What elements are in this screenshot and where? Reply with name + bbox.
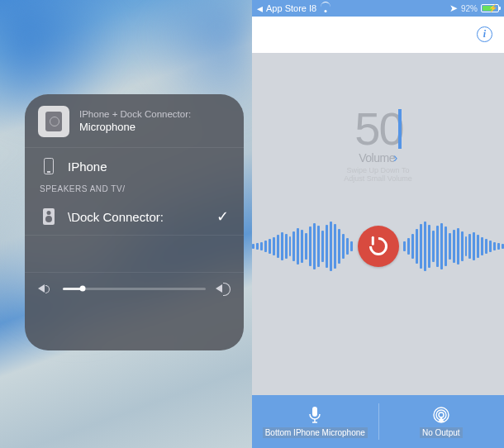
waveform-bar	[485, 239, 487, 254]
waveform-bar	[424, 222, 426, 271]
right-app-screen: ◂ App Store I8 ➤ 92% ⚡ i 50 Volume› Swip…	[252, 0, 504, 448]
power-icon	[365, 233, 391, 259]
waveform-bar	[465, 236, 468, 256]
waveform-bar	[468, 234, 471, 259]
airplay-row-dock[interactable]: \Dock Connector: ✓	[25, 198, 244, 235]
airplay-row-label: \Dock Connector:	[68, 210, 164, 224]
battery-percentage: 92%	[461, 4, 478, 13]
waveform-bar	[289, 236, 292, 256]
status-left: ◂ App Store I8	[257, 2, 331, 15]
waveform-bar	[403, 241, 406, 251]
slider-thumb[interactable]	[80, 286, 86, 292]
waveform-bar	[260, 242, 263, 250]
waveform-bar	[407, 238, 410, 255]
waveform-bar	[269, 239, 271, 254]
speaker-device-icon	[40, 208, 58, 225]
wifi-icon	[320, 4, 331, 12]
waveform-bar	[461, 231, 464, 261]
volume-hint: Swipe Up Down To Adjust Small Volume	[252, 167, 504, 183]
output-selector[interactable]: No Output	[378, 395, 505, 448]
info-icon[interactable]: i	[477, 26, 492, 42]
airplay-source-sub: Microphone	[79, 121, 191, 135]
airplay-header: IPhone + Dock Connector: Microphone	[25, 94, 244, 147]
status-right: ➤ 92% ⚡	[449, 2, 499, 14]
airplay-picker-card: IPhone + Dock Connector: Microphone IPho…	[25, 94, 244, 350]
waveform-bar	[432, 231, 435, 262]
waveform-bar	[350, 241, 353, 251]
waveform-bar	[481, 237, 483, 255]
waveform-bar	[436, 226, 439, 267]
back-chevron-icon[interactable]: ◂	[257, 2, 263, 15]
waveform-bar	[313, 223, 316, 269]
waveform-bar	[309, 226, 311, 266]
location-icon: ➤	[449, 2, 458, 14]
waveform-bar	[489, 241, 492, 252]
waveform-bar	[297, 228, 299, 265]
microphone-icon	[308, 406, 321, 424]
waveform-bar	[321, 231, 324, 262]
waveform-bar	[473, 232, 475, 260]
waveform-bar	[428, 225, 430, 268]
waveform-bar	[411, 234, 414, 259]
volume-slider[interactable]	[63, 288, 206, 290]
waveform-bar	[449, 233, 451, 260]
main-content: 50 Volume› Swipe Up Down To Adjust Small…	[252, 53, 504, 395]
waveform-bar	[440, 223, 443, 269]
svg-rect-0	[312, 407, 317, 417]
airplay-header-text: IPhone + Dock Connector: Microphone	[79, 108, 191, 135]
waveform-bar	[292, 231, 295, 261]
waveform-bar	[326, 225, 328, 268]
waveform-bar	[305, 233, 307, 260]
volume-readout[interactable]: 50	[252, 53, 504, 152]
input-label: Bottom IPhone Microphone	[263, 427, 368, 438]
output-label: No Output	[420, 427, 463, 438]
waveform-bar	[252, 244, 254, 249]
waveform-bar	[477, 235, 479, 258]
checkmark-icon: ✓	[216, 207, 229, 226]
waveform-bar	[342, 234, 345, 259]
waveform-bar	[277, 235, 279, 258]
waveform-bar	[281, 232, 283, 260]
volume-slider-row	[25, 273, 244, 309]
airplay-output-icon	[431, 406, 451, 424]
airplay-source-title: IPhone + Dock Connector:	[79, 108, 191, 121]
airplay-row-iphone[interactable]: IPhone	[25, 148, 244, 184]
waveform-bar	[285, 234, 288, 259]
waveform-bar	[264, 241, 267, 252]
speakers-section-label: SPEAKERS AND TV/	[25, 184, 244, 198]
waveform-bar	[453, 230, 455, 263]
waveform-bar	[330, 222, 332, 271]
airplay-row-label: IPhone	[68, 160, 107, 174]
microphone-app-icon	[38, 106, 69, 137]
volume-high-icon	[216, 281, 231, 296]
bottom-toolbar: Bottom IPhone Microphone No Output	[252, 395, 504, 448]
waveform-bar	[416, 229, 418, 264]
app-header: i	[252, 17, 504, 53]
waveform-bar	[334, 224, 336, 269]
back-to-app-label[interactable]: App Store I8	[266, 3, 316, 13]
waveform-bar	[493, 242, 496, 250]
waveform-bar	[256, 243, 259, 250]
waveform-bar	[338, 229, 340, 264]
waveform-bar	[301, 230, 303, 263]
power-button[interactable]	[358, 226, 399, 267]
waveform-bar	[317, 226, 320, 267]
iphone-device-icon	[40, 158, 58, 174]
waveform-bar	[346, 238, 349, 255]
waveform-bar	[420, 224, 422, 269]
waveform-bar	[457, 228, 459, 265]
status-bar: ◂ App Store I8 ➤ 92% ⚡	[252, 0, 504, 17]
waveform-bar	[445, 226, 447, 266]
input-selector[interactable]: Bottom IPhone Microphone	[252, 395, 378, 448]
empty-row	[25, 236, 244, 272]
waveform-visualizer	[252, 217, 504, 276]
waveform-bar	[273, 237, 275, 255]
volume-low-icon	[38, 281, 53, 296]
waveform-bar	[497, 243, 500, 250]
left-blurred-background: IPhone + Dock Connector: Microphone IPho…	[0, 0, 252, 448]
battery-icon: ⚡	[481, 4, 499, 12]
